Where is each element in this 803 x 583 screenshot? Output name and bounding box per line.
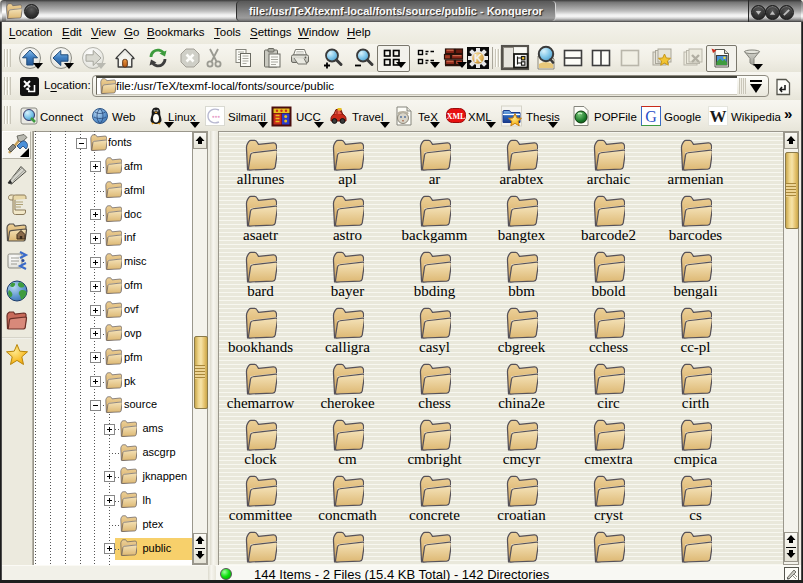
svg-text:G: G [645, 108, 657, 125]
svg-text:●●●: ●●● [212, 114, 220, 119]
svg-text:XML: XML [447, 112, 466, 121]
svg-text:W: W [710, 107, 727, 126]
svg-text:K: K [474, 52, 482, 64]
